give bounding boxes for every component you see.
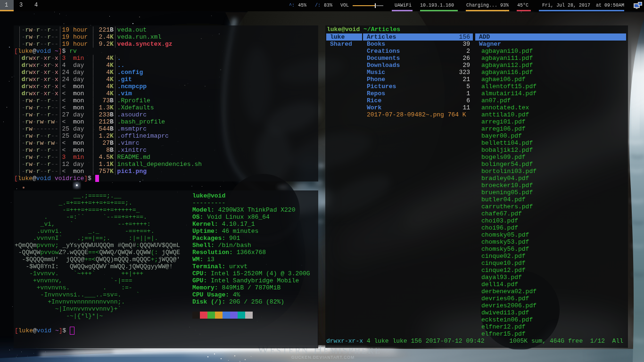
svg-text:GUCKEN.DEVIANTART.COM: GUCKEN.DEVIANTART.COM: [291, 355, 355, 360]
